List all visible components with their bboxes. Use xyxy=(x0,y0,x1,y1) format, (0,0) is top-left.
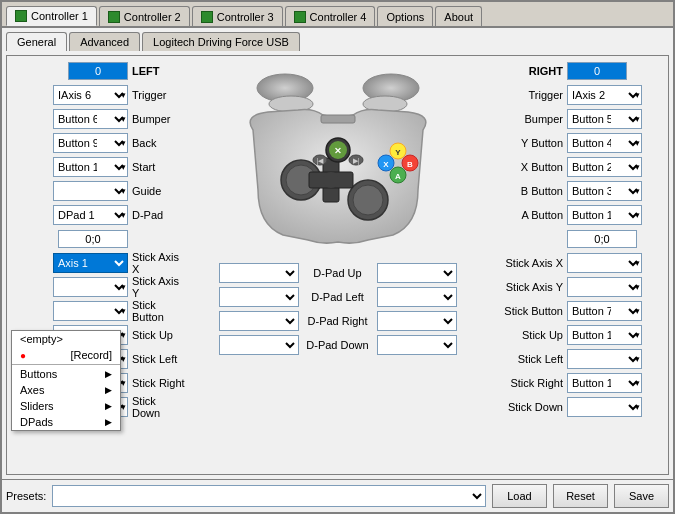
right-b-select[interactable]: Button 3 xyxy=(567,181,642,201)
center-dpad-left-left-select[interactable] xyxy=(219,287,299,307)
load-button[interactable]: Load xyxy=(492,484,547,508)
right-stick-axis-y-label: Stick Axis Y xyxy=(488,281,563,293)
right-row-bumper: Bumper Button 5 xyxy=(488,108,664,130)
left-trigger-select[interactable]: IAxis 6 xyxy=(53,85,128,105)
right-row-stick-up: Stick Up Button 11 xyxy=(488,324,664,346)
center-dpad-right-right-select[interactable] xyxy=(377,311,457,331)
left-stick-up-label: Stick Up xyxy=(132,329,187,341)
right-a-label: A Button xyxy=(488,209,563,221)
right-stick-button-select[interactable]: Button 7 xyxy=(567,301,642,321)
right-row-stick-button: Stick Button Button 7 xyxy=(488,300,664,322)
left-stick-axis-y-label: Stick Axis Y xyxy=(132,275,187,299)
left-stick-right-label: Stick Right xyxy=(132,377,187,389)
tab-advanced[interactable]: Advanced xyxy=(69,32,140,51)
left-back-select[interactable]: Button 9 xyxy=(53,133,128,153)
dropdown-dpads[interactable]: DPads xyxy=(12,414,120,430)
right-stick-right-label: Stick Right xyxy=(488,377,563,389)
left-row-stick-button: Stick Button xyxy=(11,300,187,322)
tab-general[interactable]: General xyxy=(6,32,67,51)
center-dpad-down-label: D-Pad Down xyxy=(303,339,373,351)
right-row-stick-axis-x: Stick Axis X xyxy=(488,252,664,274)
controller-image: ✕ ▶| |◀ A xyxy=(223,60,453,260)
tab-controller2[interactable]: Controller 2 xyxy=(99,6,190,26)
center-dpad-left-right-select[interactable] xyxy=(377,287,457,307)
right-x-select[interactable]: Button 2 xyxy=(567,157,642,177)
center-row-dpad-up: D-Pad Up xyxy=(191,262,484,284)
svg-text:✕: ✕ xyxy=(334,146,342,156)
left-trigger-label: Trigger xyxy=(132,89,187,101)
left-stick-axis-y-select[interactable] xyxy=(53,277,128,297)
right-stick-down-select[interactable] xyxy=(567,397,642,417)
right-stick-right-select[interactable]: Button 12 xyxy=(567,373,642,393)
svg-text:X: X xyxy=(383,160,389,169)
right-a-select[interactable]: Button 1 xyxy=(567,205,642,225)
center-row-dpad-down: D-Pad Down xyxy=(191,334,484,356)
controller-svg: ✕ ▶| |◀ A xyxy=(223,60,453,260)
tab-controller1[interactable]: Controller 1 xyxy=(6,6,97,26)
right-bumper-select[interactable]: Button 5 xyxy=(567,109,642,129)
save-button[interactable]: Save xyxy=(614,484,669,508)
left-bumper-select[interactable]: Button 6 xyxy=(53,109,128,129)
left-start-select[interactable]: Button 10 xyxy=(53,157,128,177)
left-value-top[interactable] xyxy=(68,62,128,80)
dropdown-record[interactable]: [Record] xyxy=(12,347,120,363)
svg-text:▶|: ▶| xyxy=(352,157,359,165)
svg-point-8 xyxy=(353,185,383,215)
dropdown-axes[interactable]: Axes xyxy=(12,382,120,398)
right-row-x: X Button Button 2 xyxy=(488,156,664,178)
center-dpad-left-label: D-Pad Left xyxy=(303,291,373,303)
right-stick-left-select[interactable] xyxy=(567,349,642,369)
left-guide-label: Guide xyxy=(132,185,187,197)
presets-select[interactable] xyxy=(52,485,486,507)
right-row-y: Y Button Button 4 xyxy=(488,132,664,154)
left-start-label: Start xyxy=(132,161,187,173)
right-bumper-label: Bumper xyxy=(488,113,563,125)
left-row-stick-axis-y: Stick Axis Y xyxy=(11,276,187,298)
center-dpad-down-right-select[interactable] xyxy=(377,335,457,355)
left-guide-select[interactable] xyxy=(53,181,128,201)
right-stick-button-label: Stick Button xyxy=(488,305,563,317)
left-back-label: Back xyxy=(132,137,187,149)
left-value-bottom[interactable] xyxy=(58,230,128,248)
center-dpad-up-label: D-Pad Up xyxy=(303,267,373,279)
main-window: Controller 1 Controller 2 Controller 3 C… xyxy=(0,0,675,514)
tab-logitech[interactable]: Logitech Driving Force USB xyxy=(142,32,300,51)
right-trigger-select[interactable]: IAxis 2 xyxy=(567,85,642,105)
right-stick-up-select[interactable]: Button 11 xyxy=(567,325,642,345)
left-row-start: Button 10 Start xyxy=(11,156,187,178)
dropdown-sliders[interactable]: Sliders xyxy=(12,398,120,414)
dropdown-buttons[interactable]: Buttons xyxy=(12,366,120,382)
left-stick-down-label: Stick Down xyxy=(132,395,187,419)
dropdown-menu: <empty> [Record] Buttons Axes Sliders xyxy=(11,330,121,431)
right-value-bottom[interactable] xyxy=(567,230,637,248)
dropdown-empty[interactable]: <empty> xyxy=(12,331,120,347)
left-header: LEFT xyxy=(132,65,187,77)
tab-controller4[interactable]: Controller 4 xyxy=(285,6,376,26)
reset-button[interactable]: Reset xyxy=(553,484,608,508)
right-stick-axis-x-select[interactable] xyxy=(567,253,642,273)
tab-controller3[interactable]: Controller 3 xyxy=(192,6,283,26)
right-row-stick-right: Stick Right Button 12 xyxy=(488,372,664,394)
left-row-stick-axis-x: Axis 1 Stick Axis X xyxy=(11,252,187,274)
right-stick-down-label: Stick Down xyxy=(488,401,563,413)
right-value-bottom-row xyxy=(488,228,664,250)
right-row-trigger: Trigger IAxis 2 xyxy=(488,84,664,106)
right-y-select[interactable]: Button 4 xyxy=(567,133,642,153)
svg-point-11 xyxy=(323,172,339,188)
left-stick-button-select[interactable] xyxy=(53,301,128,321)
left-dpad-select[interactable]: DPad 1 xyxy=(53,205,128,225)
presets-label: Presets: xyxy=(6,490,46,502)
right-panel: RIGHT Trigger IAxis 2 B xyxy=(484,60,664,470)
center-dpad-up-left-select[interactable] xyxy=(219,263,299,283)
tab-options[interactable]: Options xyxy=(377,6,433,26)
center-dpad-right-left-select[interactable] xyxy=(219,311,299,331)
center-dpad-up-right-select[interactable] xyxy=(377,263,457,283)
top-tab-bar: Controller 1 Controller 2 Controller 3 C… xyxy=(2,2,673,28)
left-row-dpad: DPad 1 D-Pad xyxy=(11,204,187,226)
right-value-top[interactable] xyxy=(567,62,627,80)
left-stick-button-label: Stick Button xyxy=(132,299,187,323)
left-stick-axis-x-select[interactable]: Axis 1 xyxy=(53,253,128,273)
center-dpad-down-left-select[interactable] xyxy=(219,335,299,355)
right-stick-axis-y-select[interactable] xyxy=(567,277,642,297)
tab-about[interactable]: About xyxy=(435,6,482,26)
